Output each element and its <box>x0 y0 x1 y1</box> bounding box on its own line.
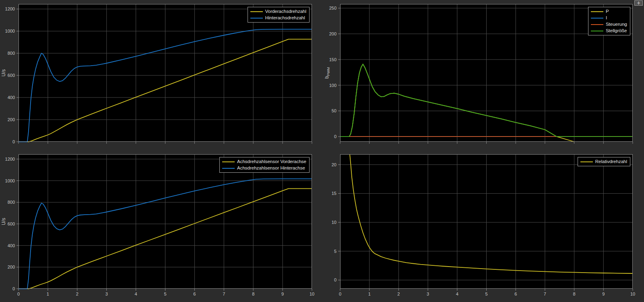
x-tick-label: 0 <box>10 292 27 297</box>
y-tick-label: 0 <box>12 286 15 292</box>
x-tick-label: 2 <box>69 292 85 297</box>
plot-canvas[interactable] <box>19 154 312 289</box>
x-tick-label: 7 <box>216 292 232 297</box>
subplot-relativdrehzahl: 05101520012345678910Relativdrehzahl <box>340 154 633 289</box>
x-tick-label: 8 <box>566 292 582 297</box>
legend-line-icon <box>580 161 593 162</box>
y-tick-label: 400 <box>8 243 15 248</box>
y-axis-label: U/s <box>1 218 6 225</box>
x-tick-label: 6 <box>508 292 524 297</box>
x-tick-label: 4 <box>449 292 465 297</box>
y-tick-label: 150 <box>329 57 336 62</box>
y-tick-label: 200 <box>8 117 15 122</box>
matlab-figure: 020040060080010001200U/sVorderachsdrehza… <box>0 0 644 302</box>
legend-label: Hinterachsdrehzahl <box>265 15 305 21</box>
y-tick-label: 0 <box>334 134 336 139</box>
legend-entry-hinterachsdrehzahl[interactable]: Hinterachsdrehzahl <box>250 15 306 21</box>
x-tick-label: 8 <box>245 292 261 297</box>
x-tick-label: 9 <box>275 292 291 297</box>
legend-line-icon <box>591 31 603 31</box>
legend-entry-stellgro-e[interactable]: Stellgröße <box>591 28 627 33</box>
dock-figure-button[interactable]: ✛ <box>634 0 643 6</box>
x-tick-label: 9 <box>595 292 611 297</box>
legend-line-icon <box>250 11 263 12</box>
x-tick-label: 10 <box>304 292 320 297</box>
legend-entry-achsdrehzahlsensor-vorderachse[interactable]: Achsdrehzahlsensor Vorderachse <box>222 159 306 164</box>
y-tick-label: 1200 <box>5 6 15 12</box>
x-tick-label: 4 <box>128 292 144 297</box>
x-tick-label: 0 <box>332 292 348 297</box>
subplot-achsdrehzahlsensoren: 020040060080010001200012345678910U/sAchs… <box>19 154 312 289</box>
legend-label: Achsdrehzahlsensor Vorderachse <box>237 159 306 164</box>
y-tick-label: 800 <box>8 199 15 205</box>
y-tick-label: 20 <box>332 162 336 168</box>
y-tick-label: 200 <box>329 31 336 37</box>
y-tick-label: 10 <box>332 219 336 225</box>
plot-canvas[interactable] <box>19 4 312 142</box>
x-tick-label: 7 <box>537 292 553 297</box>
legend-line-icon <box>222 161 235 162</box>
plot-canvas[interactable] <box>340 154 633 289</box>
x-tick-label: 5 <box>479 292 495 297</box>
y-tick-label: 50 <box>332 108 336 114</box>
x-tick-label: 5 <box>157 292 173 297</box>
y-tick-label: 600 <box>8 72 15 78</box>
y-tick-label: 600 <box>8 221 15 227</box>
legend-label: Vorderachsdrehzahl <box>265 9 306 14</box>
series-relativdrehzahl <box>350 154 633 273</box>
legend[interactable]: Relativdrehzahl <box>578 157 630 166</box>
y-tick-label: 100 <box>329 83 336 88</box>
y-tick-label: 1000 <box>5 178 15 184</box>
y-axis-label: U/s <box>1 69 6 77</box>
y-axis-label-subscript: PWM <box>326 67 330 76</box>
legend[interactable]: Achsdrehzahlsensor VorderachseAchsdrehza… <box>219 157 310 173</box>
x-tick-label: 1 <box>361 292 378 297</box>
x-tick-label: 6 <box>186 292 202 297</box>
x-tick-label: 3 <box>420 292 436 297</box>
y-tick-label: 200 <box>8 264 15 270</box>
legend-entry-steuerung[interactable]: Steuerung <box>591 22 627 27</box>
x-tick-label: 10 <box>625 292 641 297</box>
y-tick-label: 800 <box>8 50 15 56</box>
y-tick-label: 1000 <box>5 28 15 34</box>
legend-entry-i[interactable]: I <box>591 15 627 21</box>
y-tick-label: 400 <box>8 95 15 100</box>
y-tick-label: 15 <box>332 190 336 196</box>
x-tick-label: 1 <box>40 292 56 297</box>
y-tick-label: 0 <box>12 139 15 145</box>
series-p <box>349 64 574 142</box>
legend-label: P <box>606 9 609 14</box>
legend-label: Steuerung <box>606 22 627 27</box>
legend-line-icon <box>591 11 603 12</box>
y-tick-label: 0 <box>334 277 336 283</box>
y-tick-label: 5 <box>334 248 336 254</box>
legend-label: Stellgröße <box>606 28 627 33</box>
legend[interactable]: VorderachsdrehzahlHinterachsdrehzahl <box>248 7 310 23</box>
y-tick-label: 250 <box>329 5 336 11</box>
subplot-achsdrehzahlen: 020040060080010001200U/sVorderachsdrehza… <box>19 4 312 142</box>
legend-line-icon <box>222 168 235 169</box>
x-tick-label: 2 <box>390 292 407 297</box>
dock-figure-icon: ✛ <box>637 1 640 5</box>
legend-label: Achsdrehzahlsensor Hinterachse <box>237 165 305 171</box>
y-tick-label: 1200 <box>5 156 15 162</box>
legend-line-icon <box>250 18 263 19</box>
legend[interactable]: PISteuerungStellgröße <box>588 7 630 35</box>
x-tick-label: 3 <box>99 292 115 297</box>
subplot-pwm-regler: 050100150200250bPWMPISteuerungStellgröße <box>340 4 633 142</box>
legend-line-icon <box>591 18 603 19</box>
legend-label: Relativdrehzahl <box>595 159 627 164</box>
legend-entry-p[interactable]: P <box>591 9 627 14</box>
legend-entry-vorderachsdrehzahl[interactable]: Vorderachsdrehzahl <box>250 9 306 14</box>
legend-entry-achsdrehzahlsensor-hinterachse[interactable]: Achsdrehzahlsensor Hinterachse <box>222 165 306 171</box>
legend-entry-relativdrehzahl[interactable]: Relativdrehzahl <box>580 159 627 164</box>
legend-line-icon <box>591 24 603 25</box>
y-axis-label: bPWM <box>324 67 330 79</box>
legend-label: I <box>606 15 607 21</box>
